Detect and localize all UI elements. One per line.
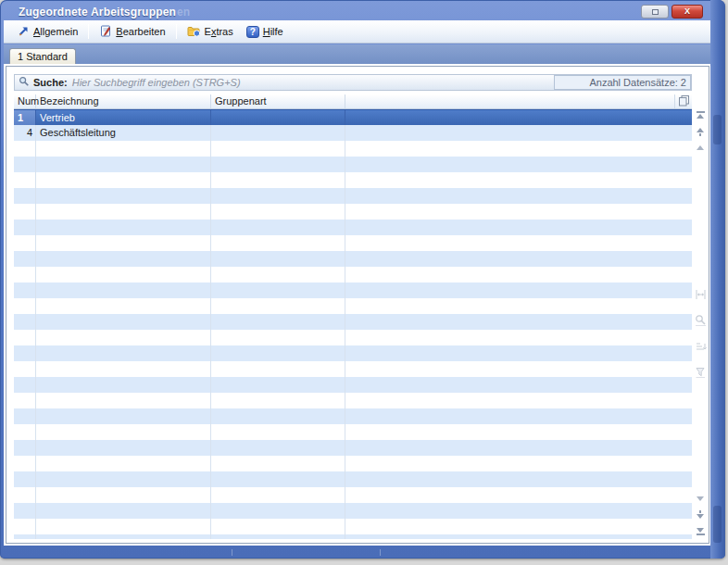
cell-num [14,377,36,393]
cell-num [14,393,36,408]
cell-num [14,251,36,267]
cell-num [14,519,36,534]
cell-grp [211,298,345,314]
column-header-bezeichnung[interactable]: Bezeichnung [36,94,211,108]
table-row-empty [14,377,692,393]
cell-grp [211,408,345,424]
cell-grp [211,172,345,188]
scroll-last-icon[interactable] [697,528,705,535]
copy-columns-icon[interactable] [678,94,690,108]
cell-grp [211,204,345,220]
column-header-gruppenart[interactable]: Gruppenart [211,94,345,108]
zoom-search-icon[interactable] [695,313,707,330]
close-button[interactable]: X [672,5,703,19]
cell-bez[interactable]: Vertrieb [36,110,211,125]
cell-num [14,361,36,377]
cell-fill[interactable] [345,125,692,141]
cell-fill [345,408,692,424]
scroll-up-icon[interactable] [697,128,704,136]
status-divider [380,549,381,556]
cell-grp [211,220,345,235]
table-body: 1Vertrieb4Geschäftsleitung [14,109,692,539]
tab-standard[interactable]: 1 Standard [9,48,76,64]
menu-bearbeiten[interactable]: Bearbeiten [93,23,171,41]
cell-num [14,314,36,330]
cell-fill [345,503,692,519]
column-header-filler [345,94,675,108]
record-count: Anzahl Datensätze: 2 [554,75,691,90]
table-row-empty [14,298,692,314]
cell-bez [36,361,211,377]
cell-fill [345,267,692,282]
table-row-empty [14,440,692,456]
cell-num[interactable]: 4 [14,125,36,141]
cell-grp [211,282,345,298]
page-down-icon[interactable] [697,496,704,501]
title-bar[interactable]: Zugeordnete Arbeitsgruppen en X [0,0,725,20]
cell-bez [36,534,211,539]
cell-num [14,408,36,424]
column-width-icon[interactable] [695,287,707,304]
cell-grp [211,267,345,282]
table-row-empty [14,361,692,377]
cell-fill [345,172,692,188]
cell-fill [345,188,692,204]
cell-fill[interactable] [345,110,692,125]
scroll-down-icon[interactable] [697,510,704,519]
cell-fill [345,282,692,298]
cell-fill [345,157,692,172]
table-header: Num Bezeichnung Gruppenart [14,94,692,109]
cell-grp [211,487,345,503]
cell-num [14,188,36,204]
cell-grp[interactable] [211,110,345,125]
cell-num [14,471,36,487]
page-up-icon[interactable] [697,145,704,150]
scrollbar-thumb[interactable] [713,506,722,543]
window-right-border[interactable] [710,0,725,559]
cell-num [14,267,36,282]
table-row[interactable]: 1Vertrieb [14,109,692,125]
cell-grp [211,519,345,534]
cell-fill [345,314,692,330]
window-bottom-border [0,547,725,559]
cell-bez [36,204,211,220]
restore-button[interactable] [641,5,669,19]
table-row-empty [14,157,692,172]
cell-num [14,456,36,471]
cell-grp[interactable] [211,125,345,141]
close-icon: X [684,7,690,16]
cell-num [14,282,36,298]
cell-num [14,157,36,172]
search-placeholder[interactable]: Hier Suchbegriff eingeben (STRG+S) [72,77,241,88]
cell-bez [36,456,211,471]
cell-grp [211,456,345,471]
cell-bez [36,298,211,314]
cell-bez [36,471,211,487]
cell-num [14,204,36,220]
table-row-empty [14,456,692,471]
table-row-empty [14,471,692,487]
table-row-empty [14,282,692,298]
content-area: Suche: Hier Suchbegriff eingeben (STRG+S… [4,64,710,546]
filter-icon[interactable] [695,365,707,382]
search-bar[interactable]: Suche: Hier Suchbegriff eingeben (STRG+S… [14,74,692,91]
table-row-empty [14,172,692,188]
column-header-num[interactable]: Num [14,94,36,108]
sort-icon[interactable] [695,339,707,356]
scroll-first-icon[interactable] [697,111,705,119]
cell-num[interactable]: 1 [14,110,36,125]
cell-bez [36,282,211,298]
column-chooser-cell [675,94,692,108]
cell-bez[interactable]: Geschäftsleitung [36,125,211,141]
cell-grp [211,330,345,345]
table-row-empty [14,503,692,519]
scrollbar-thumb[interactable] [713,115,722,144]
cell-grp [211,440,345,456]
menu-hilfe[interactable]: ? Hilfe [240,24,290,40]
cell-bez [36,141,211,157]
table-row[interactable]: 4Geschäftsleitung [14,125,692,141]
menu-extras[interactable]: Extras [181,23,240,41]
menu-allgemein[interactable]: Allgemein [11,23,84,41]
cell-fill [345,456,692,471]
cell-fill [345,361,692,377]
